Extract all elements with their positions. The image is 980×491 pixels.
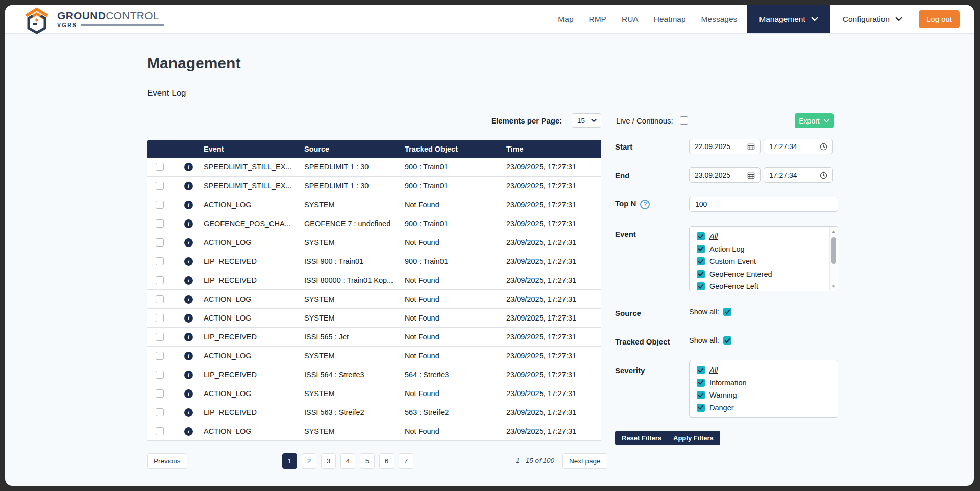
table-row[interactable]: i GEOFENCE_POS_CHA... GEOFENCE 7 : undef… (147, 214, 601, 233)
option-checkbox[interactable] (697, 404, 705, 412)
source-show-all-checkbox[interactable] (723, 308, 731, 316)
nav-item-map[interactable]: Map (550, 15, 581, 24)
list-option[interactable]: Action Log (697, 243, 838, 256)
row-checkbox[interactable] (156, 408, 164, 416)
info-icon[interactable]: i (184, 333, 193, 341)
scroll-down-arrow[interactable]: ▼ (830, 283, 837, 289)
option-checkbox[interactable] (697, 270, 705, 278)
row-checkbox[interactable] (156, 333, 164, 341)
page-button-7[interactable]: 7 (399, 453, 413, 469)
row-checkbox[interactable] (156, 163, 164, 171)
nav-item-configuration[interactable]: Configuration (830, 15, 915, 24)
table-row[interactable]: i ACTION_LOG SYSTEM Not Found 23/09/2025… (147, 309, 601, 328)
list-option[interactable]: Information (697, 377, 838, 389)
tracked-show-all-checkbox[interactable] (723, 336, 731, 345)
row-checkbox[interactable] (156, 295, 164, 303)
table-row[interactable]: i LIP_RECEIVED ISSI 900 : Train01 900 : … (147, 252, 601, 271)
start-date-input[interactable]: 22.09.2025 (689, 139, 761, 154)
info-icon[interactable]: i (184, 163, 193, 171)
nav-item-management[interactable]: Management (747, 5, 830, 33)
row-checkbox[interactable] (156, 389, 164, 398)
end-time-input[interactable]: 17:27:34 (764, 167, 833, 183)
option-checkbox[interactable] (697, 232, 705, 240)
previous-page-button[interactable]: Previous (147, 453, 187, 469)
row-checkbox[interactable] (156, 219, 164, 228)
export-button[interactable]: Export (795, 113, 834, 128)
table-row[interactable]: i ACTION_LOG SYSTEM Not Found 23/09/2025… (147, 233, 601, 252)
row-checkbox[interactable] (156, 427, 164, 435)
cell-event: LIP_RECEIVED (204, 333, 304, 341)
info-icon[interactable]: i (184, 219, 193, 228)
info-icon[interactable]: i (184, 389, 193, 398)
table-row[interactable]: i ACTION_LOG SYSTEM Not Found 23/09/2025… (147, 347, 601, 365)
table-row[interactable]: i ACTION_LOG SYSTEM Not Found 23/09/2025… (147, 195, 601, 214)
table-row[interactable]: i ACTION_LOG SYSTEM Not Found 23/09/2025… (147, 384, 601, 403)
info-icon[interactable]: i (184, 182, 193, 190)
table-row[interactable]: i LIP_RECEIVED ISSI 80000 : Train01 Kop.… (147, 271, 601, 290)
info-icon[interactable]: i (184, 352, 193, 360)
info-icon[interactable]: i (184, 295, 193, 304)
option-checkbox[interactable] (697, 391, 705, 399)
nav-item-rua[interactable]: RUA (614, 15, 646, 24)
page-button-2[interactable]: 2 (302, 453, 316, 469)
page-button-4[interactable]: 4 (340, 453, 355, 469)
logout-button[interactable]: Log out (919, 10, 960, 28)
info-icon[interactable]: i (184, 201, 193, 209)
scroll-up-arrow[interactable]: ▲ (830, 228, 837, 234)
table-row[interactable]: i ACTION_LOG SYSTEM Not Found 23/09/2025… (147, 290, 601, 309)
help-icon[interactable]: ? (640, 200, 650, 209)
top-n-input[interactable] (689, 197, 838, 212)
row-checkbox[interactable] (156, 201, 164, 209)
table-row[interactable]: i LIP_RECEIVED ISSI 565 : Jet Not Found … (147, 328, 601, 347)
live-continuous-checkbox[interactable] (680, 116, 688, 125)
row-checkbox[interactable] (156, 182, 164, 190)
page-button-5[interactable]: 5 (360, 453, 375, 469)
list-option[interactable]: All (697, 230, 838, 243)
info-icon[interactable]: i (184, 257, 193, 266)
info-icon[interactable]: i (184, 238, 193, 247)
nav-item-messages[interactable]: Messages (694, 15, 745, 24)
elements-per-page-select[interactable]: 15 (572, 113, 601, 128)
row-checkbox[interactable] (156, 276, 164, 284)
next-page-button[interactable]: Next page (562, 453, 607, 469)
apply-filters-button[interactable]: Apply Filters (667, 431, 720, 445)
option-checkbox[interactable] (697, 366, 705, 374)
row-checkbox[interactable] (156, 314, 164, 322)
event-filter-listbox[interactable]: All Action Log Custom Event GeoFence Ent… (689, 226, 838, 291)
page-button-1[interactable]: 1 (282, 453, 297, 469)
info-icon[interactable]: i (184, 427, 193, 436)
page-button-6[interactable]: 6 (379, 453, 394, 469)
info-icon[interactable]: i (184, 314, 193, 323)
list-option[interactable]: GeoFence Entered (697, 268, 838, 281)
nav-item-rmp[interactable]: RMP (581, 15, 614, 24)
list-option[interactable]: Danger (697, 402, 838, 414)
nav-item-heatmap[interactable]: Heatmap (646, 15, 694, 24)
option-checkbox[interactable] (697, 379, 705, 387)
severity-filter-listbox[interactable]: All Information Warning Danger (689, 360, 838, 418)
row-checkbox[interactable] (156, 371, 164, 379)
start-time-input[interactable]: 17:27:34 (764, 139, 833, 154)
list-option[interactable]: Custom Event (697, 255, 838, 268)
table-row[interactable]: i LIP_RECEIVED ISSI 564 : Streife3 564 :… (147, 365, 601, 384)
option-checkbox[interactable] (697, 282, 705, 290)
info-icon[interactable]: i (184, 408, 193, 417)
scrollbar[interactable]: ▲ ▼ (829, 227, 837, 290)
row-checkbox[interactable] (156, 238, 164, 247)
info-icon[interactable]: i (184, 276, 193, 285)
info-icon[interactable]: i (184, 371, 193, 379)
end-date-input[interactable]: 23.09.2025 (689, 167, 761, 183)
reset-filters-button[interactable]: Reset Filters (615, 431, 668, 445)
list-option[interactable]: Warning (697, 389, 838, 402)
page-button-3[interactable]: 3 (321, 453, 336, 469)
row-checkbox[interactable] (156, 257, 164, 265)
row-checkbox[interactable] (156, 352, 164, 360)
table-row[interactable]: i LIP_RECEIVED ISSI 563 : Streife2 563 :… (147, 403, 601, 422)
option-checkbox[interactable] (697, 257, 705, 265)
option-checkbox[interactable] (697, 245, 705, 253)
list-option[interactable]: All (697, 364, 838, 377)
table-row[interactable]: i SPEEDLIMIT_STILL_EX... SPEEDLIMIT 1 : … (147, 177, 601, 195)
table-row[interactable]: i SPEEDLIMIT_STILL_EX... SPEEDLIMIT 1 : … (147, 158, 601, 177)
scrollbar-thumb[interactable] (831, 237, 836, 264)
table-row[interactable]: i ACTION_LOG SYSTEM Not Found 23/09/2025… (147, 422, 601, 441)
list-option[interactable]: GeoFence Left (697, 280, 838, 291)
